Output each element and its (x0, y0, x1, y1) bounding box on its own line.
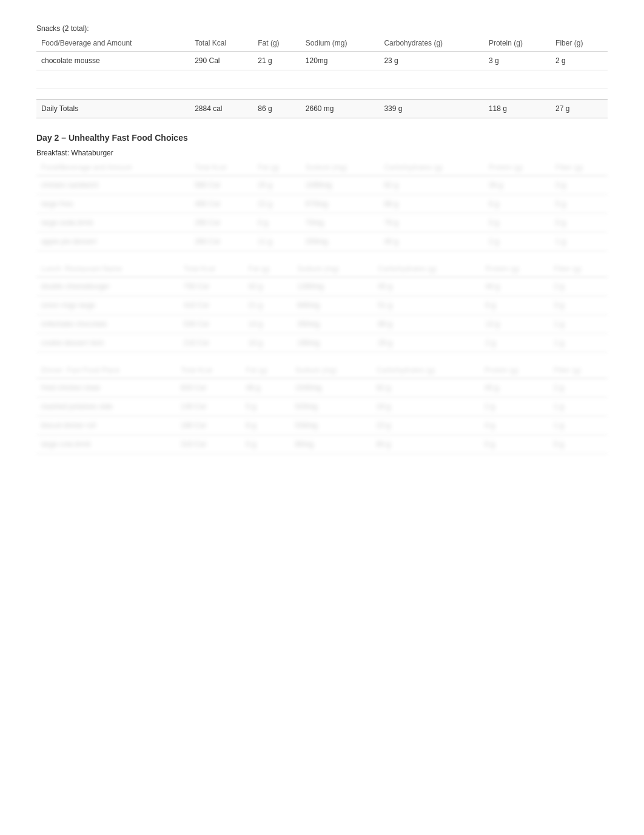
table-row: apple pie dessert 260 Cal 11 g 200mg 40 … (36, 232, 608, 251)
col-carbs: Carbohydrates (g) (379, 35, 483, 52)
fat-val: 22 g (253, 195, 301, 214)
protein-val: 0 g (484, 214, 551, 232)
fat-val: 8 g (241, 416, 290, 435)
sodium-val: 530mg (290, 416, 372, 435)
fiber-val: 2 g (549, 277, 608, 296)
protein-val: 0 g (480, 435, 549, 454)
food-name: onion rings large (36, 296, 179, 315)
sodium-val: 350mg (292, 315, 373, 334)
daily-totals-row: Daily Totals 2884 cal 86 g 2660 mg 339 g… (36, 100, 608, 118)
fat-value: 21 g (253, 52, 301, 70)
breakfast-label: Breakfast: Whataburger (36, 149, 608, 157)
fat-val: 5 g (241, 397, 290, 416)
protein-val: 44 g (480, 277, 549, 296)
sodium-val: 1090mg (301, 176, 380, 195)
food-name-empty (36, 70, 190, 89)
daily-totals-carbs: 339 g (379, 100, 483, 118)
carbs-val: 19 g (372, 397, 480, 416)
fat-empty (253, 70, 301, 89)
protein-val: 2 g (484, 232, 551, 251)
col-sodium: Sodium (mg) (301, 35, 380, 52)
sodium-val: 70mg (301, 214, 380, 232)
col-fat: Fat (g) (253, 35, 301, 52)
food-name: milkshake chocolate (36, 315, 179, 334)
day2-breakfast-section: Breakfast: Whataburger Food/Beverage and… (36, 149, 608, 251)
fat-val: 21 g (244, 296, 293, 315)
kcal-val: 410 Cal (179, 296, 244, 315)
kcal-value: 290 Cal (190, 52, 253, 70)
kcal-val: 310 Cal (176, 435, 241, 454)
protein-val: 6 g (484, 195, 551, 214)
sodium-val: 200mg (301, 232, 380, 251)
table-row: biscuit dinner roll 180 Cal 8 g 530mg 23… (36, 416, 608, 435)
protein-val: 2 g (480, 334, 549, 353)
kcal-val: 210 Cal (179, 334, 244, 353)
food-name: chicken sandwich (36, 176, 190, 195)
d-col-food: Dinner: Fast Food Place (36, 362, 176, 379)
kcal-val: 580 Cal (190, 176, 253, 195)
table-row-empty (36, 70, 608, 89)
empty-spacer-row (36, 89, 608, 100)
b-col-kcal: Total Kcal (190, 160, 253, 176)
carbs-val: 29 g (373, 334, 480, 353)
food-name: fried chicken meal (36, 379, 176, 397)
sodium-val: 1280mg (292, 277, 373, 296)
fiber-val: 3 g (551, 176, 608, 195)
breakfast-header-row: Food/Beverage and Amount Total Kcal Fat … (36, 160, 608, 176)
carbs-val: 89 g (373, 315, 480, 334)
fiber-val: 1 g (549, 334, 608, 353)
food-name: large soda drink (36, 214, 190, 232)
d-col-protein: Protein (g) (480, 362, 549, 379)
sodium-val: 520mg (290, 397, 372, 416)
d-col-fiber: Fiber (g) (549, 362, 608, 379)
fat-val: 0 g (241, 435, 290, 454)
snacks-header: Snacks (2 total): (36, 24, 608, 33)
table-row: milkshake chocolate 530 Cal 14 g 350mg 8… (36, 315, 608, 334)
l-col-fiber: Fiber (g) (549, 261, 608, 277)
food-name: biscuit dinner roll (36, 416, 176, 435)
sodium-empty (301, 70, 380, 89)
fat-val: 11 g (253, 232, 301, 251)
d-col-carbs: Carbohydrates (g) (372, 362, 480, 379)
fiber-empty (551, 70, 608, 89)
kcal-val: 180 Cal (176, 416, 241, 435)
d-col-sodium: Sodium (mg) (290, 362, 372, 379)
food-name: mashed potatoes side (36, 397, 176, 416)
lunch-header-row: Lunch: Restaurant Name Total Kcal Fat (g… (36, 261, 608, 277)
protein-val: 6 g (480, 296, 549, 315)
col-fiber: Fiber (g) (551, 35, 608, 52)
col-protein: Protein (g) (484, 35, 551, 52)
l-col-kcal: Total Kcal (179, 261, 244, 277)
l-col-protein: Protein (g) (480, 261, 549, 277)
protein-empty (484, 70, 551, 89)
food-name: large fries (36, 195, 190, 214)
kcal-val: 820 Cal (176, 379, 241, 397)
carbs-val: 62 g (379, 176, 483, 195)
snacks-table-header-row: Food/Beverage and Amount Total Kcal Fat … (36, 35, 608, 52)
daily-totals-protein: 118 g (484, 100, 551, 118)
fiber-val: 0 g (551, 214, 608, 232)
day2-header: Day 2 – Unhealthy Fast Food Choices (36, 133, 608, 143)
l-col-carbs: Carbohydrates (g) (373, 261, 480, 277)
daily-totals-fiber: 27 g (551, 100, 608, 118)
fiber-val: 3 g (549, 296, 608, 315)
table-row: double cheeseburger 750 Cal 42 g 1280mg … (36, 277, 608, 296)
d-col-fat: Fat (g) (241, 362, 290, 379)
fiber-val: 5 g (551, 195, 608, 214)
b-col-protein: Protein (g) (484, 160, 551, 176)
table-row: onion rings large 410 Cal 21 g 840mg 51 … (36, 296, 608, 315)
dinner-table: Dinner: Fast Food Place Total Kcal Fat (… (36, 362, 608, 454)
protein-val: 2 g (480, 397, 549, 416)
fiber-val: 2 g (549, 379, 608, 397)
kcal-val: 490 Cal (190, 195, 253, 214)
kcal-val: 130 Cal (176, 397, 241, 416)
fat-val: 10 g (244, 334, 293, 353)
l-col-fat: Fat (g) (244, 261, 293, 277)
food-name: double cheeseburger (36, 277, 179, 296)
fiber-val: 0 g (549, 435, 608, 454)
sodium-val: 80mg (290, 435, 372, 454)
snacks-table: Food/Beverage and Amount Total Kcal Fat … (36, 35, 608, 118)
b-col-carbs: Carbohydrates (g) (379, 160, 483, 176)
carbs-val: 40 g (379, 232, 483, 251)
food-name: large cola drink (36, 435, 176, 454)
